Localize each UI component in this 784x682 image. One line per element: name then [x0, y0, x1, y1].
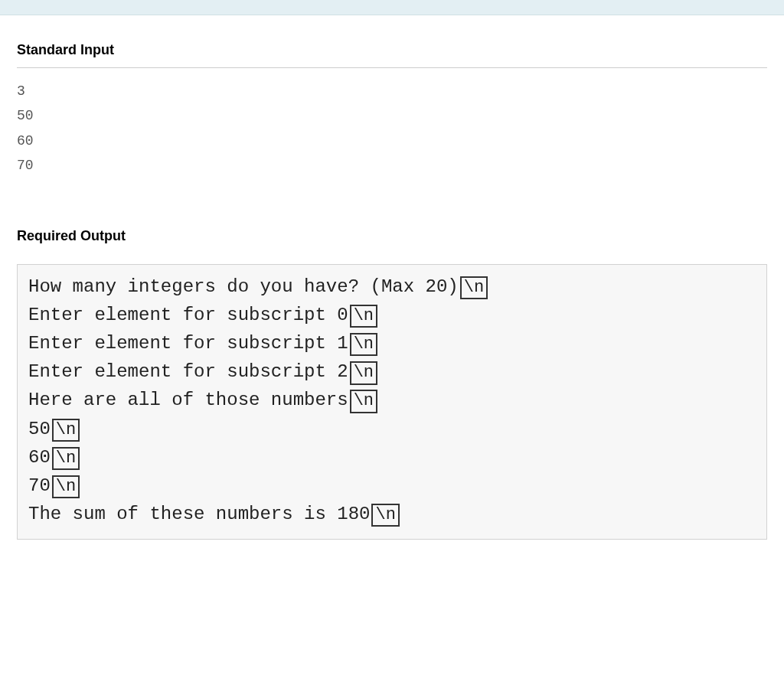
newline-icon: \n — [350, 390, 377, 413]
newline-icon: \n — [52, 419, 80, 442]
newline-icon: \n — [52, 475, 80, 498]
input-line: 70 — [17, 153, 767, 178]
content-area: Standard Input 3 50 60 70 Required Outpu… — [0, 15, 784, 563]
output-line: Here are all of those numbers\n — [28, 386, 756, 414]
output-text: 50 — [28, 419, 51, 439]
output-text: Enter element for subscript 2 — [28, 361, 348, 382]
required-output-box: How many integers do you have? (Max 20)\… — [17, 264, 767, 540]
newline-icon: \n — [350, 361, 377, 384]
output-text: The sum of these numbers is 180 — [28, 504, 370, 524]
output-text: Enter element for subscript 0 — [28, 305, 348, 325]
newline-icon: \n — [460, 276, 488, 299]
standard-input-heading: Standard Input — [17, 15, 767, 68]
input-line: 50 — [17, 103, 767, 128]
newline-icon: \n — [371, 504, 399, 527]
newline-icon: \n — [350, 305, 377, 328]
input-line: 60 — [17, 129, 767, 153]
newline-icon: \n — [52, 447, 80, 470]
output-line: Enter element for subscript 1\n — [28, 329, 756, 357]
newline-icon: \n — [350, 333, 377, 356]
input-line: 3 — [17, 79, 767, 103]
required-output-heading: Required Output — [17, 201, 767, 253]
output-line: How many integers do you have? (Max 20)\… — [28, 272, 756, 301]
output-line: Enter element for subscript 0\n — [28, 301, 756, 329]
output-text: Here are all of those numbers — [28, 390, 348, 410]
output-line: The sum of these numbers is 180\n — [28, 500, 756, 528]
output-text: Enter element for subscript 1 — [28, 333, 348, 354]
output-text: 70 — [28, 475, 51, 496]
output-line: Enter element for subscript 2\n — [28, 357, 756, 386]
top-bar — [0, 0, 784, 15]
standard-input-block: 3 50 60 70 — [17, 68, 767, 201]
output-line: 70\n — [28, 472, 756, 500]
output-text: 60 — [28, 447, 51, 468]
output-text: How many integers do you have? (Max 20) — [28, 276, 459, 297]
output-line: 50\n — [28, 415, 756, 443]
output-line: 60\n — [28, 443, 756, 472]
